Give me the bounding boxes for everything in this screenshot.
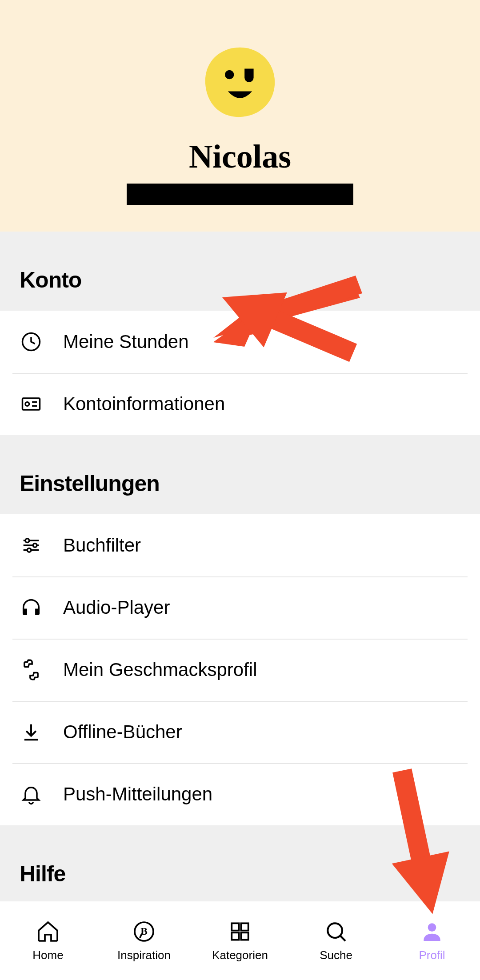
tab-kategorien[interactable]: Kategorien — [192, 901, 288, 980]
download-icon — [20, 720, 43, 744]
svg-point-4 — [25, 539, 29, 543]
svg-rect-21 — [392, 768, 432, 868]
svg-point-0 — [225, 70, 234, 79]
headphones-icon — [20, 596, 43, 619]
tab-label: Home — [32, 948, 63, 962]
tab-label: Inspiration — [117, 948, 171, 962]
row-kontoinformationen[interactable]: Kontoinformationen — [0, 373, 480, 435]
row-geschmacksprofil[interactable]: Mein Geschmacksprofil — [0, 639, 480, 701]
svg-point-14 — [428, 923, 436, 932]
bell-icon — [20, 783, 43, 806]
annotation-arrow-icon — [373, 764, 462, 924]
svg-point-3 — [25, 402, 29, 406]
profile-name: Nicolas — [0, 138, 480, 176]
tab-label: Kategorien — [212, 948, 268, 962]
svg-rect-10 — [241, 923, 248, 930]
avatar-icon — [202, 44, 278, 120]
svg-point-13 — [328, 923, 342, 938]
redacted-email — [127, 184, 353, 205]
svg-rect-11 — [232, 932, 239, 940]
svg-rect-12 — [241, 932, 248, 940]
categories-icon — [228, 919, 252, 944]
search-icon — [324, 919, 348, 944]
row-label: Kontoinformationen — [63, 393, 225, 415]
row-label: Audio-Player — [63, 597, 170, 618]
row-audio-player[interactable]: Audio-Player — [0, 576, 480, 639]
profile-header: Nicolas — [0, 0, 480, 232]
row-buchfilter[interactable]: Buchfilter — [0, 514, 480, 576]
screen: Nicolas Konto Meine Stunden Kontoinforma… — [0, 0, 480, 980]
tab-home[interactable]: Home — [0, 901, 96, 980]
section-header-einstellungen: Einstellungen — [0, 435, 480, 514]
inspiration-icon: B — [132, 919, 156, 944]
svg-marker-22 — [392, 852, 461, 920]
svg-point-6 — [27, 548, 31, 552]
thumbs-icon — [20, 658, 43, 681]
tab-suche[interactable]: Suche — [288, 901, 384, 980]
row-offline-buecher[interactable]: Offline-Bücher — [0, 701, 480, 763]
row-label: Push-Mitteilungen — [63, 784, 212, 805]
id-card-icon — [20, 392, 43, 416]
clock-icon — [20, 330, 43, 353]
home-icon — [36, 919, 60, 944]
row-label: Buchfilter — [63, 535, 141, 556]
section-title: Einstellungen — [20, 471, 460, 496]
svg-point-5 — [33, 544, 37, 548]
tab-label: Suche — [320, 948, 352, 962]
sliders-icon — [20, 534, 43, 557]
tab-label: Profil — [419, 948, 445, 962]
svg-rect-9 — [232, 923, 239, 930]
annotation-arrow-icon — [209, 273, 369, 371]
svg-text:B: B — [140, 925, 148, 937]
row-label: Meine Stunden — [63, 331, 189, 352]
svg-marker-20 — [211, 273, 287, 347]
row-label: Offline-Bücher — [63, 721, 182, 743]
row-label: Mein Geschmacksprofil — [63, 659, 257, 680]
tab-inspiration[interactable]: B Inspiration — [96, 901, 192, 980]
